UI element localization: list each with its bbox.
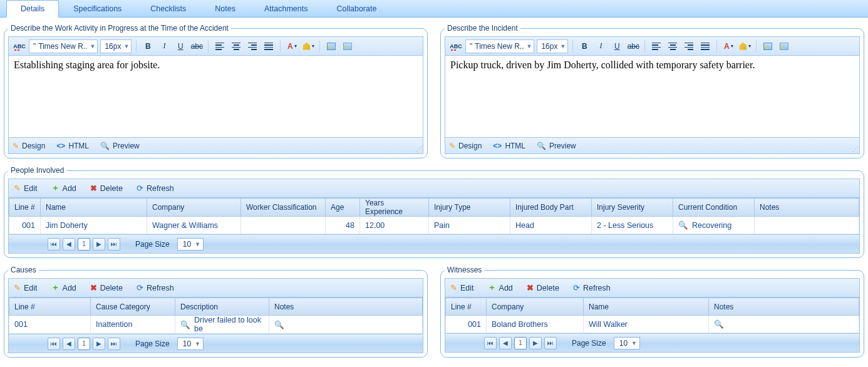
pager-last-button[interactable]: ⏭	[108, 238, 120, 251]
html-mode-button[interactable]: <>HTML	[56, 142, 89, 150]
lookup-icon[interactable]: 🔍	[678, 220, 688, 230]
delete-button[interactable]: ✖Delete	[90, 283, 123, 292]
pager-first-button[interactable]: ⏮	[484, 337, 497, 349]
design-mode-button[interactable]: ✎Design	[449, 142, 482, 150]
col-worker-classification[interactable]: Worker Classification	[241, 199, 326, 217]
add-button[interactable]: ＋Add	[51, 282, 76, 293]
strikethrough-button[interactable]: abc	[190, 39, 204, 53]
pager-next-button[interactable]: ▶	[93, 238, 105, 251]
underline-button[interactable]: U	[173, 39, 187, 53]
font-size-select[interactable]: 16px ▼	[537, 39, 568, 53]
html-mode-button[interactable]: <>HTML	[493, 142, 525, 150]
pager-next-button[interactable]: ▶	[93, 338, 105, 350]
lookup-icon[interactable]: 🔍	[274, 320, 284, 329]
refresh-button[interactable]: ⟳Refresh	[137, 184, 174, 193]
pager-first-button[interactable]: ⏮	[48, 338, 60, 350]
pager-next-button[interactable]: ▶	[529, 337, 542, 349]
lookup-icon[interactable]: 🔍	[714, 319, 724, 329]
col-notes[interactable]: Notes	[269, 298, 423, 316]
strikethrough-button[interactable]: abc	[626, 39, 640, 53]
col-years-experience[interactable]: Years Experience	[360, 199, 429, 217]
align-left-button[interactable]	[213, 39, 227, 53]
resize-grip-icon[interactable]: ⋰	[416, 145, 420, 152]
work-activity-textarea[interactable]: Establishing staging area for jobsite.	[9, 56, 423, 137]
design-mode-button[interactable]: ✎Design	[13, 142, 45, 150]
highlight-button[interactable]: ▾	[738, 39, 752, 53]
font-name-select[interactable]: "Times New R.. ▼	[465, 39, 534, 53]
font-size-select[interactable]: 16px ▼	[100, 39, 132, 53]
spellcheck-button[interactable]: ABC	[13, 39, 26, 53]
table-row[interactable]: 001 Jim Doherty Wagner & Williams 48 12.…	[9, 217, 859, 234]
col-notes[interactable]: Notes	[709, 298, 859, 316]
refresh-button[interactable]: ⟳Refresh	[137, 283, 174, 292]
col-company[interactable]: Company	[147, 199, 241, 217]
table-row[interactable]: 001 Boland Brothers Will Walker 🔍	[446, 316, 859, 333]
pager-prev-button[interactable]: ◀	[499, 337, 512, 349]
bold-button[interactable]: B	[141, 39, 155, 53]
col-line[interactable]: Line #	[446, 298, 487, 316]
tab-checklists[interactable]: Checklists	[136, 0, 200, 17]
insert-image-button[interactable]	[761, 39, 775, 53]
highlight-button[interactable]: ▾	[301, 39, 315, 53]
resize-grip-icon[interactable]: ⋰	[852, 145, 857, 152]
pager-page-1-button[interactable]: 1	[78, 338, 90, 350]
pager-first-button[interactable]: ⏮	[48, 238, 60, 251]
pager-page-1-button[interactable]: 1	[78, 238, 90, 251]
pager-last-button[interactable]: ⏭	[108, 338, 120, 350]
tab-specifications[interactable]: Specifications	[59, 0, 136, 17]
col-injury-severity[interactable]: Injury Severity	[592, 199, 673, 217]
align-justify-button[interactable]	[698, 39, 712, 53]
tab-attachments[interactable]: Attachments	[250, 0, 322, 17]
col-company[interactable]: Company	[487, 298, 584, 316]
table-row[interactable]: 001 Inattention 🔍Driver failed to look b…	[9, 316, 423, 334]
incident-textarea[interactable]: Pickup truck, driven by Jim Doherty, col…	[445, 56, 859, 137]
insert-image-alt-button[interactable]	[777, 39, 791, 53]
font-color-button[interactable]: A▾	[285, 39, 299, 53]
col-line[interactable]: Line #	[9, 199, 41, 217]
font-color-button[interactable]: A▾	[721, 39, 735, 53]
delete-button[interactable]: ✖Delete	[527, 283, 559, 292]
col-age[interactable]: Age	[326, 199, 360, 217]
page-size-select[interactable]: 10▼	[177, 238, 204, 251]
lookup-icon[interactable]: 🔍	[180, 320, 190, 329]
page-size-select[interactable]: 10▼	[614, 337, 640, 349]
insert-image-alt-button[interactable]	[341, 39, 354, 53]
tab-details[interactable]: Details	[6, 0, 59, 18]
col-current-condition[interactable]: Current Condition	[673, 199, 755, 217]
preview-mode-button[interactable]: 🔍Preview	[537, 142, 576, 150]
col-name[interactable]: Name	[41, 199, 147, 217]
col-injured-body-part[interactable]: Injured Body Part	[510, 199, 592, 217]
align-center-button[interactable]	[666, 39, 679, 53]
pager-last-button[interactable]: ⏭	[544, 337, 557, 349]
delete-button[interactable]: ✖Delete	[90, 184, 123, 193]
italic-button[interactable]: I	[594, 39, 607, 53]
align-center-button[interactable]	[229, 39, 243, 53]
align-right-button[interactable]	[245, 39, 259, 53]
align-justify-button[interactable]	[262, 39, 276, 53]
pager-prev-button[interactable]: ◀	[63, 238, 75, 251]
preview-mode-button[interactable]: 🔍Preview	[100, 142, 140, 150]
col-cause-category[interactable]: Cause Category	[91, 298, 175, 316]
col-name[interactable]: Name	[584, 298, 709, 316]
edit-button[interactable]: ✎Edit	[14, 283, 38, 292]
insert-image-button[interactable]	[324, 39, 338, 53]
add-button[interactable]: ＋Add	[488, 282, 513, 293]
pager-page-1-button[interactable]: 1	[514, 337, 527, 349]
italic-button[interactable]: I	[157, 39, 171, 53]
align-left-button[interactable]	[649, 39, 663, 53]
edit-button[interactable]: ✎Edit	[450, 283, 474, 292]
refresh-button[interactable]: ⟳Refresh	[573, 283, 611, 292]
page-size-select[interactable]: 10▼	[177, 338, 204, 350]
col-notes[interactable]: Notes	[755, 199, 859, 217]
edit-button[interactable]: ✎Edit	[14, 184, 38, 193]
spellcheck-button[interactable]: ABC	[449, 39, 463, 53]
col-injury-type[interactable]: Injury Type	[429, 199, 510, 217]
pager-prev-button[interactable]: ◀	[63, 338, 75, 350]
align-right-button[interactable]	[682, 39, 696, 53]
tab-notes[interactable]: Notes	[200, 0, 250, 17]
col-description[interactable]: Description	[175, 298, 269, 316]
bold-button[interactable]: B	[577, 39, 591, 53]
font-name-select[interactable]: "Times New R.. ▼	[29, 39, 98, 53]
tab-collaborate[interactable]: Collaborate	[322, 0, 391, 17]
add-button[interactable]: ＋Add	[51, 183, 76, 194]
